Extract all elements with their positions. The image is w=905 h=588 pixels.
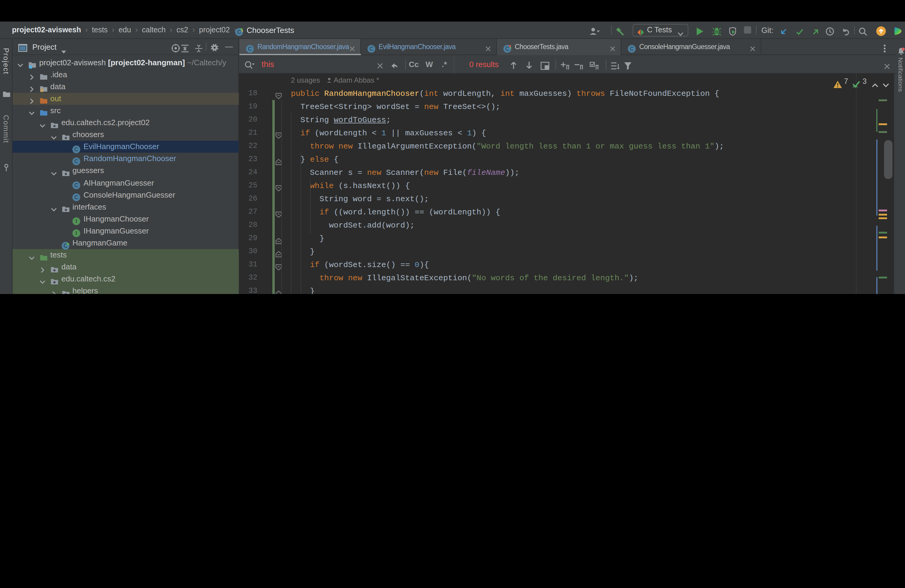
svg-text:I: I xyxy=(75,230,77,237)
svg-text:C: C xyxy=(248,46,252,52)
svg-text:I: I xyxy=(75,219,77,224)
svg-text:C: C xyxy=(75,182,78,188)
svg-text:C: C xyxy=(505,46,510,52)
svg-text:C: C xyxy=(75,146,78,153)
svg-text:C: C xyxy=(75,158,78,164)
svg-text:C: C xyxy=(630,46,634,52)
svg-text:C: C xyxy=(369,46,373,52)
svg-text:C: C xyxy=(237,29,241,35)
svg-text:C: C xyxy=(75,195,78,200)
